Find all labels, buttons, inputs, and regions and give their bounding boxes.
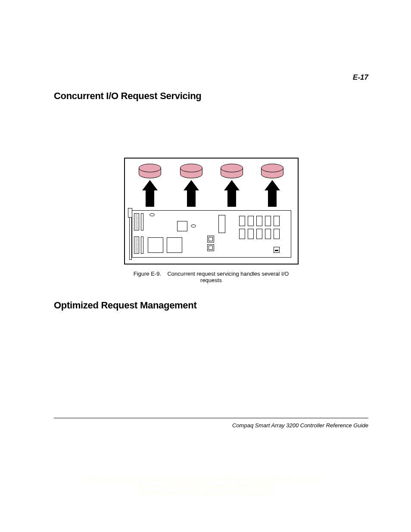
page-number: E-17 <box>353 73 368 82</box>
riser-icon <box>141 236 143 254</box>
figure-e9: Figure E-9. Concurrent request servicing… <box>124 158 299 283</box>
imprint-line: File Name: L-APPE.DOC Last Saved On: 12/… <box>0 483 411 490</box>
scsi-connector-icon <box>134 213 139 230</box>
chip-icon <box>177 221 187 231</box>
disk-icon <box>139 164 161 177</box>
battery-icon <box>274 247 280 253</box>
orientation-mark-icon <box>191 224 196 227</box>
chip-icon <box>167 237 182 253</box>
disk-icon <box>180 164 202 177</box>
figure-diagram <box>124 158 299 264</box>
hidden-imprint: Writer: Melissa Project: Compaq Smart Ar… <box>0 476 411 497</box>
chip-icon <box>218 215 225 233</box>
arrow-up-icon <box>184 180 199 207</box>
pci-bracket-icon <box>128 209 132 260</box>
riser-icon <box>141 213 143 230</box>
memory-sockets-icon <box>239 216 280 239</box>
controller-board-icon <box>132 210 291 258</box>
arrow-up-icon <box>142 180 158 207</box>
arrow-up-icon <box>224 180 240 207</box>
imprint-line: COMPAQ CONFIDENTIAL - NEED TO KNOW REQUI… <box>0 490 411 497</box>
heading-optimized-request: Optimized Request Management <box>54 300 368 311</box>
footer-rule <box>54 418 368 418</box>
disk-icon <box>221 164 243 177</box>
imprint-line: Writer: Melissa Project: Compaq Smart Ar… <box>0 476 411 483</box>
scsi-connector-icon <box>134 236 139 254</box>
chip-icon <box>148 237 163 253</box>
heading-concurrent-io: Concurrent I/O Request Servicing <box>54 90 368 102</box>
chip-pair-icon <box>207 236 214 253</box>
disk-icon <box>261 164 283 177</box>
arrow-up-icon <box>265 180 280 207</box>
figure-caption-text: Concurrent request servicing handles sev… <box>167 271 289 283</box>
footer-title: Compaq Smart Array 3200 Controller Refer… <box>232 422 368 429</box>
figure-label: Figure E-9. <box>134 271 161 277</box>
orientation-mark-icon <box>149 213 155 216</box>
figure-caption: Figure E-9. Concurrent request servicing… <box>124 271 299 283</box>
